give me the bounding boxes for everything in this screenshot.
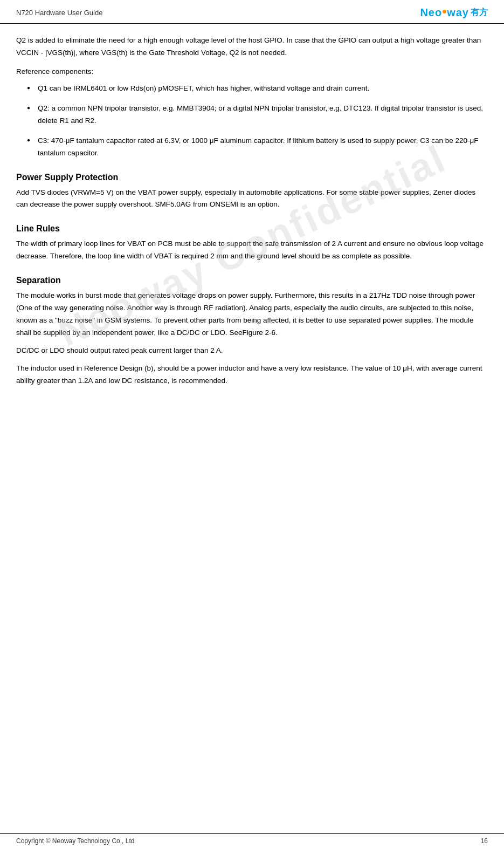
intro-paragraph: Q2 is added to eliminate the need for a … bbox=[16, 35, 488, 59]
logo-word: Neoway bbox=[420, 6, 469, 19]
bullet-list: Q1 can be IRML6401 or low Rds(on) pMOSFE… bbox=[27, 83, 488, 160]
para-power-supply: Add TVS diodes (VRWM=5 V) on the VBAT po… bbox=[16, 187, 488, 211]
list-item: Q1 can be IRML6401 or low Rds(on) pMOSFE… bbox=[27, 83, 488, 95]
logo-way: way bbox=[447, 6, 469, 18]
reference-label: Reference components: bbox=[16, 66, 488, 78]
bullet-text-2: Q2: a common NPN tripolar transistor, e.… bbox=[38, 104, 483, 125]
page-number: 16 bbox=[481, 837, 488, 845]
main-content: Neoway Confidential Q2 is added to elimi… bbox=[0, 35, 504, 425]
para-separation-3: The inductor used in Reference Design (b… bbox=[16, 363, 488, 387]
bullet-text-3: C3: 470-μF tantalum capacitor rated at 6… bbox=[38, 136, 479, 157]
logo-chinese: 有方 bbox=[471, 7, 488, 18]
logo-container: Neoway 有方 bbox=[420, 6, 488, 19]
header-title: N720 Hardware User Guide bbox=[16, 9, 102, 17]
list-item: Q2: a common NPN tripolar transistor, e.… bbox=[27, 102, 488, 127]
para-line-rules: The width of primary loop lines for VBAT… bbox=[16, 238, 488, 263]
list-item: C3: 470-μF tantalum capacitor rated at 6… bbox=[27, 135, 488, 160]
neoway-logo: Neoway 有方 bbox=[420, 6, 488, 19]
page-footer: Copyright © Neoway Technology Co., Ltd 1… bbox=[0, 833, 504, 848]
page-header: N720 Hardware User Guide Neoway 有方 bbox=[0, 0, 504, 24]
copyright-text: Copyright © Neoway Technology Co., Ltd bbox=[16, 837, 134, 845]
page-container: N720 Hardware User Guide Neoway 有方 Neowa… bbox=[0, 0, 504, 848]
logo-neo: Neo bbox=[420, 6, 442, 18]
bullet-text-1: Q1 can be IRML6401 or low Rds(on) pMOSFE… bbox=[38, 84, 369, 92]
para-separation-2: DC/DC or LDO should output rated peak cu… bbox=[16, 345, 488, 357]
heading-separation: Separation bbox=[16, 276, 488, 285]
heading-line-rules: Line Rules bbox=[16, 224, 488, 234]
para-separation-1: The module works in burst mode that gene… bbox=[16, 290, 488, 339]
logo-dot bbox=[443, 10, 446, 13]
heading-power-supply: Power Supply Protection bbox=[16, 173, 488, 182]
